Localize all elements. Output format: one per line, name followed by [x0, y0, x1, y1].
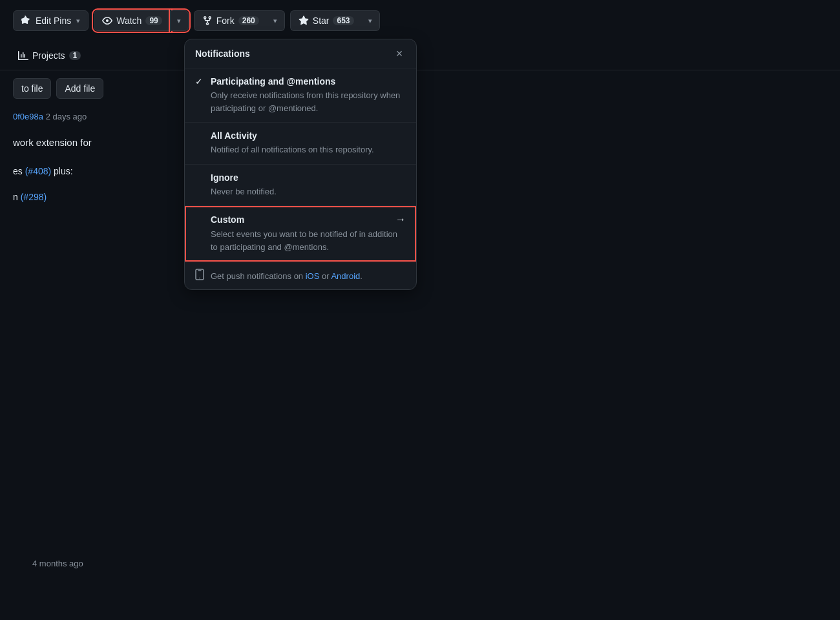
secondary-nav: Projects 1 — [0, 41, 840, 70]
item-header-ignore: ✓ Ignore — [195, 172, 406, 183]
notifications-dropdown: Notifications × ✓ Participating and @men… — [184, 39, 417, 290]
fork-icon — [202, 16, 213, 26]
main-content: work extension for — [0, 127, 840, 158]
dropdown-header: Notifications × — [185, 39, 416, 68]
watch-dropdown-button[interactable]: ▾ — [171, 10, 189, 31]
watch-button-group: Watch 99 ▾ — [94, 10, 189, 31]
item-desc-participating: Only receive notifications from this rep… — [195, 89, 406, 114]
ios-link[interactable]: iOS — [306, 271, 320, 281]
background-text: work extension for — [13, 137, 92, 148]
toolbar: Edit Pins ▾ Watch 99 ▾ Fork 260 ▾ — [0, 0, 840, 41]
projects-label: Projects — [32, 50, 65, 61]
commit-info: 0f0e98a 2 days ago — [0, 107, 840, 127]
dropdown-item-custom[interactable]: ✓ Custom → Select events you want to be … — [185, 206, 416, 262]
add-file-label: Add file — [65, 83, 95, 94]
item-desc-all-activity: Notified of all notifications on this re… — [195, 143, 406, 156]
edit-pins-chevron: ▾ — [76, 17, 80, 25]
item-title-participating: Participating and @mentions — [211, 76, 335, 87]
bottom-content: es (#408) plus: — [0, 158, 840, 184]
commit-time: 2 days ago — [46, 112, 87, 121]
star-icon — [299, 16, 309, 26]
star-button[interactable]: Star 653 — [290, 10, 362, 31]
go-to-file-label: to file — [21, 83, 43, 94]
item-title-custom: Custom — [211, 214, 244, 225]
custom-arrow-icon: → — [395, 214, 406, 225]
item-desc-custom: Select events you want to be notified of… — [195, 228, 406, 253]
dropdown-title: Notifications — [195, 48, 250, 59]
projects-count: 1 — [69, 51, 81, 60]
fork-count: 260 — [238, 16, 259, 25]
phone-icon — [195, 269, 204, 283]
projects-nav-item[interactable]: Projects 1 — [13, 46, 86, 65]
watch-label: Watch — [116, 16, 142, 26]
item-desc-ignore: Never be notified. — [195, 185, 406, 198]
file-area: to file Add file — [0, 70, 840, 107]
item-header-participating: ✓ Participating and @mentions — [195, 76, 406, 87]
item-header-custom: ✓ Custom → — [195, 214, 406, 225]
commit-hash[interactable]: 0f0e98a — [13, 112, 43, 121]
sidebar-prefix-2: n — [13, 192, 21, 202]
dropdown-item-ignore[interactable]: ✓ Ignore Never be notified. — [185, 165, 416, 207]
dropdown-item-all-activity[interactable]: ✓ All Activity Notified of all notificat… — [185, 123, 416, 165]
fork-dropdown-button[interactable]: ▾ — [267, 10, 285, 31]
add-file-button[interactable]: Add file — [56, 78, 103, 99]
link-298[interactable]: (#298) — [21, 192, 47, 202]
star-label: Star — [313, 16, 330, 26]
star-count: 653 — [333, 16, 353, 25]
close-dropdown-button[interactable]: × — [393, 47, 406, 60]
fork-label: Fork — [216, 16, 235, 26]
star-dropdown-button[interactable]: ▾ — [362, 10, 380, 31]
sidebar-suffix-1: plus: — [54, 166, 73, 176]
dropdown-item-participating[interactable]: ✓ Participating and @mentions Only recei… — [185, 68, 416, 123]
edit-pins-button[interactable]: Edit Pins ▾ — [13, 10, 89, 31]
item-header-all-activity: ✓ All Activity — [195, 130, 406, 141]
pin-icon — [21, 16, 32, 26]
projects-icon — [18, 50, 28, 61]
android-link[interactable]: Android — [331, 271, 360, 281]
push-notifications-section: Get push notifications on iOS or Android… — [185, 262, 416, 289]
sidebar-prefix-1: es — [13, 166, 25, 176]
eye-icon — [102, 16, 112, 26]
star-button-group: Star 653 ▾ — [290, 10, 380, 31]
svg-point-2 — [199, 278, 200, 279]
link-408[interactable]: (#408) — [25, 166, 51, 176]
edit-pins-label: Edit Pins — [36, 16, 71, 26]
watch-button[interactable]: Watch 99 — [94, 10, 171, 31]
bottom-content-2: n (#298) — [0, 184, 840, 210]
item-title-ignore: Ignore — [211, 172, 238, 183]
check-participating: ✓ — [195, 76, 205, 87]
push-text: Get push notifications on iOS or Android… — [211, 271, 362, 281]
fork-button-group: Fork 260 ▾ — [194, 10, 285, 31]
go-to-file-button[interactable]: to file — [13, 78, 51, 99]
fork-button[interactable]: Fork 260 — [194, 10, 267, 31]
watch-count: 99 — [145, 16, 162, 25]
months-ago-text: 4 months ago — [32, 559, 83, 568]
item-title-all-activity: All Activity — [211, 130, 257, 141]
